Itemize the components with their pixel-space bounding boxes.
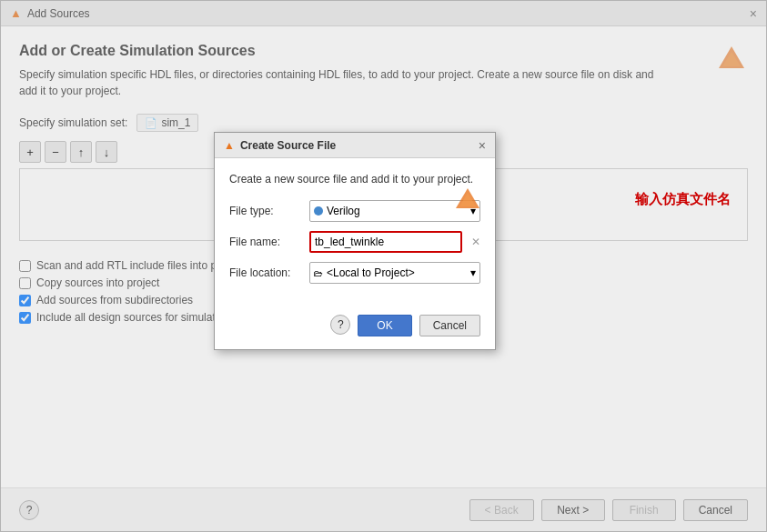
dialog-help-button[interactable]: ? bbox=[330, 315, 350, 335]
input-clear-button[interactable]: ✕ bbox=[471, 236, 480, 248]
dialog-title-bar: ▲ Create Source File × bbox=[215, 133, 495, 158]
dialog-vivado-icon: ▲ bbox=[224, 139, 235, 152]
file-type-value: Verilog bbox=[327, 205, 360, 217]
file-type-row: File type: Verilog ▾ bbox=[229, 200, 480, 222]
file-type-label: File type: bbox=[229, 205, 302, 217]
file-location-label: File location: bbox=[229, 266, 302, 279]
annotation-text: 输入仿真文件名 bbox=[635, 191, 731, 208]
dialog-cancel-button[interactable]: Cancel bbox=[419, 315, 480, 336]
location-icon: 🗁 bbox=[314, 268, 323, 278]
file-location-value: <Local to Project> bbox=[327, 266, 415, 279]
file-name-input[interactable] bbox=[309, 231, 462, 253]
file-location-row: File location: 🗁 <Local to Project> ▾ bbox=[229, 262, 480, 284]
dialog-logo bbox=[453, 186, 482, 215]
file-location-select[interactable]: 🗁 <Local to Project> ▾ bbox=[309, 262, 480, 284]
dialog-content: Create a new source file and add it to y… bbox=[215, 158, 495, 306]
dialog-buttons: ? OK Cancel bbox=[215, 306, 495, 349]
dialog-description: Create a new source file and add it to y… bbox=[229, 171, 480, 187]
location-chevron: ▾ bbox=[470, 266, 476, 279]
dialog-title-left: ▲ Create Source File bbox=[224, 139, 336, 152]
dialog-ok-button[interactable]: OK bbox=[358, 315, 411, 336]
verilog-circle bbox=[314, 206, 323, 216]
dialog-title: Create Source File bbox=[240, 139, 336, 152]
file-name-label: File name: bbox=[229, 236, 302, 248]
dialog-close-button[interactable]: × bbox=[479, 138, 486, 153]
file-name-row: File name: ✕ bbox=[229, 231, 480, 253]
create-source-dialog: ▲ Create Source File × Create a new sour… bbox=[214, 132, 496, 350]
